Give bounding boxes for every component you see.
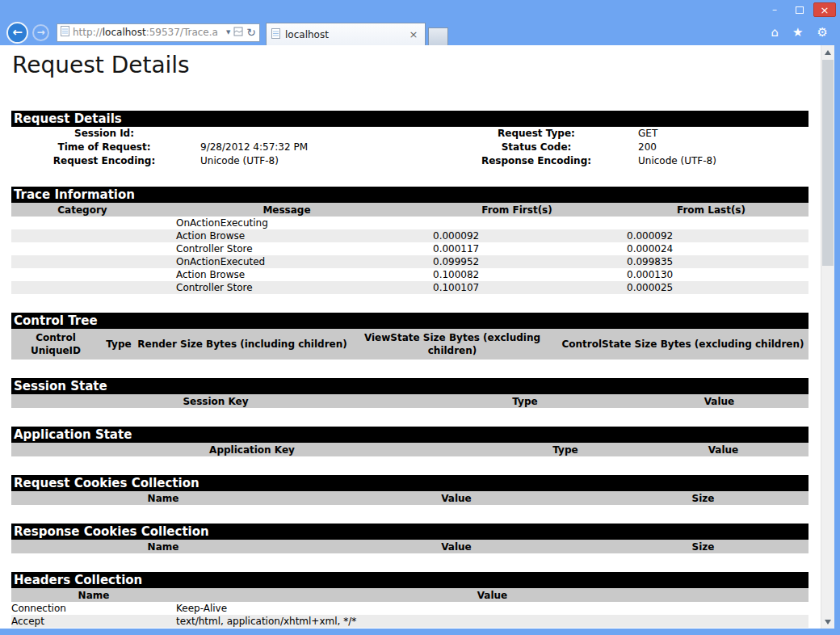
address-dropdown-icon[interactable]: ▼ [226,30,230,36]
cell-category [11,268,153,281]
cell-from-first: 0.000117 [420,242,614,255]
section-heading: Session State [11,378,808,394]
request-cookies-column-headers: Name Value Size [11,491,808,505]
field-label: Response Encoding: [447,154,625,168]
section-trace-information: Trace Information Category Message From … [11,187,808,294]
section-heading: Headers Collection [11,572,808,588]
scroll-down-icon [825,620,831,624]
trace-column-headers: Category Message From First(s) From Last… [11,203,808,217]
field-label: Session Id: [11,127,197,141]
cell-header-name: Accept [11,615,176,628]
minimize-button[interactable]: – [763,2,786,17]
section-session-state: Session State Session Key Type Value [11,378,808,408]
section-application-state: Application State Application Key Type V… [11,427,808,456]
section-request-details: Request Details Session Id: Request Type… [11,111,808,168]
chrome-action-icons: ⌂ ★ ⚙ [771,27,840,39]
trace-row: Controller Store 0.000117 0.000024 [11,242,808,255]
tab-page-icon [271,27,280,42]
window-bottom-border [0,629,840,635]
header-row: Accept text/html, application/xhtml+xml,… [11,615,808,628]
cell-message: Action Browse [153,268,420,281]
column-header-from-last: From Last(s) [614,203,808,217]
column-header-name: Name [11,588,176,603]
cell-message: OnActionExecuting [153,217,420,229]
cell-category [11,255,153,268]
section-heading: Application State [11,427,808,443]
response-cookies-column-headers: Name Value Size [11,540,808,553]
close-button[interactable]: × [813,2,836,17]
column-header-name: Name [11,540,315,554]
cell-from-first: 0.000092 [420,229,614,242]
column-header-category: Category [11,203,153,217]
field-value: Unicode (UTF-8) [197,154,447,168]
column-header-session-key: Session Key [11,394,420,409]
maximize-button[interactable] [788,2,811,17]
address-bar[interactable]: http://localhost:59537/Trace.a ▼ ↻ [57,23,260,42]
section-heading: Control Tree [11,313,808,329]
cell-from-last: 0.000025 [614,281,808,294]
window-right-border [834,45,840,629]
trace-row: OnActionExecuted 0.099952 0.099835 [11,255,808,268]
section-response-cookies: Response Cookies Collection Name Value S… [11,524,808,553]
cell-from-first: 0.099952 [420,255,614,268]
cell-from-last: 0.099835 [614,255,808,268]
cell-from-last: 0.000092 [614,229,808,242]
column-header-size: Size [598,540,808,554]
cell-category [11,242,153,255]
section-control-tree: Control Tree Control UniqueID Type Rende… [11,313,808,360]
navigation-bar: ← → http://localhost:59537/Trace.a ▼ ↻ l… [0,19,840,45]
vertical-scrollbar[interactable] [821,45,834,629]
back-button[interactable]: ← [6,22,28,44]
cell-category [11,217,153,229]
cell-message: Controller Store [153,242,420,255]
field-value: GET [625,127,808,141]
trace-row: Action Browse 0.100082 0.000130 [11,268,808,281]
forward-button[interactable]: → [32,24,49,41]
page-content: Request Details Request Details Session … [0,45,821,629]
url-text[interactable]: http://localhost:59537/Trace.a [73,27,223,38]
control-tree-column-headers: Control UniqueID Type Render Size Bytes … [11,329,808,360]
scroll-up-button[interactable] [821,45,834,59]
cell-from-first: 0.100082 [420,268,614,281]
scroll-down-button[interactable] [821,615,834,629]
gear-icon[interactable]: ⚙ [817,27,828,39]
field-label: Request Type: [447,127,625,141]
section-heading: Request Cookies Collection [11,475,808,491]
cell-category [11,281,153,294]
tab-title: localhost [285,29,402,40]
column-header-size: Size [598,491,808,506]
column-header-message: Message [153,203,420,217]
home-icon[interactable]: ⌂ [771,27,779,39]
cell-from-first [420,217,614,229]
titlebar: – × [0,0,840,19]
refresh-icon[interactable]: ↻ [246,27,256,38]
trace-row: OnActionExecuting [11,217,808,229]
section-request-cookies: Request Cookies Collection Name Value Si… [11,475,808,505]
session-state-column-headers: Session Key Type Value [11,394,808,408]
column-header-application-key: Application Key [11,443,493,457]
column-header-value: Value [315,491,598,506]
new-tab-button[interactable] [428,27,448,45]
column-header-value: Value [176,588,808,603]
section-headers-collection: Headers Collection Name Value Connection… [11,572,808,628]
tab-close-button[interactable]: × [407,29,420,40]
column-header-from-first: From First(s) [420,203,614,217]
section-heading: Response Cookies Collection [11,524,808,540]
column-header-viewstate-size: ViewState Size Bytes (excluding children… [347,330,557,358]
field-label: Status Code: [447,141,625,154]
scrollbar-thumb[interactable] [822,60,834,266]
field-label: Time of Request: [11,141,197,154]
cell-header-value: text/html, application/xhtml+xml, */* [176,615,808,628]
cell-header-name: Connection [11,602,176,615]
viewport: Request Details Request Details Session … [0,45,840,629]
cell-from-last: 0.000024 [614,242,808,255]
column-header-value: Value [315,540,598,554]
favorites-star-icon[interactable]: ★ [792,27,803,39]
browser-tab[interactable]: localhost × [266,23,426,45]
url-path: :59537/Trace.a [146,27,218,38]
cell-header-value: Keep-Alive [176,602,808,615]
compatibility-view-icon[interactable] [233,26,243,39]
field-value: 200 [625,141,808,154]
page-title: Request Details [12,52,808,78]
column-header-control-uniqueid: Control UniqueID [11,330,100,358]
